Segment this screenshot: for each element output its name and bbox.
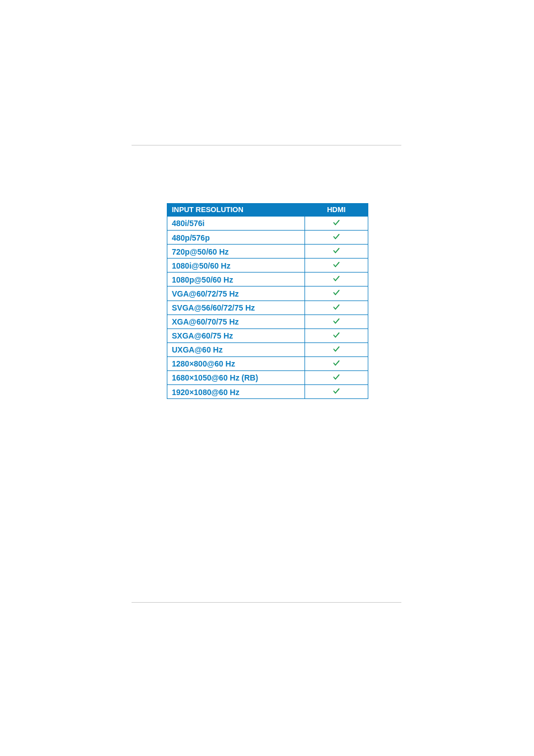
check-icon — [332, 317, 340, 325]
hdmi-cell — [305, 342, 368, 356]
table-row: 1080p@50/60 Hz — [167, 273, 368, 287]
page: INPUT RESOLUTION HDMI 480i/576i480p/576p… — [0, 0, 534, 756]
hdmi-cell — [305, 300, 368, 314]
resolution-cell: 480p/576p — [167, 231, 305, 245]
hdmi-cell — [305, 287, 368, 300]
check-icon — [332, 387, 340, 395]
resolution-cell: 1680×1050@60 Hz (RB) — [167, 370, 305, 384]
hdmi-cell — [305, 385, 368, 399]
check-icon — [332, 247, 340, 255]
resolution-cell: XGA@60/70/75 Hz — [167, 314, 305, 328]
resolution-cell: SXGA@60/75 Hz — [167, 328, 305, 342]
check-icon — [332, 219, 340, 227]
check-icon — [332, 345, 340, 353]
header-input-resolution: INPUT RESOLUTION — [167, 204, 305, 217]
resolution-cell: 480i/576i — [167, 216, 305, 230]
hdmi-cell — [305, 216, 368, 230]
resolution-cell: 720p@50/60 Hz — [167, 245, 305, 259]
table-row: SXGA@60/75 Hz — [167, 328, 368, 342]
table-row: 1920×1080@60 Hz — [167, 385, 368, 399]
table-row: VGA@60/72/75 Hz — [167, 287, 368, 300]
table-row: 720p@50/60 Hz — [167, 245, 368, 259]
bottom-divider — [132, 602, 401, 603]
hdmi-cell — [305, 231, 368, 245]
top-divider — [132, 145, 401, 145]
hdmi-cell — [305, 370, 368, 384]
resolution-cell: VGA@60/72/75 Hz — [167, 287, 305, 300]
header-hdmi: HDMI — [305, 204, 368, 217]
check-icon — [332, 331, 340, 339]
check-icon — [332, 275, 340, 283]
hdmi-cell — [305, 259, 368, 273]
hdmi-cell — [305, 245, 368, 259]
hdmi-cell — [305, 356, 368, 370]
check-icon — [332, 261, 340, 269]
hdmi-cell — [305, 273, 368, 287]
resolution-cell: UXGA@60 Hz — [167, 342, 305, 356]
table-row: UXGA@60 Hz — [167, 342, 368, 356]
hdmi-cell — [305, 328, 368, 342]
check-icon — [332, 233, 340, 241]
resolution-cell: SVGA@56/60/72/75 Hz — [167, 300, 305, 314]
resolution-table: INPUT RESOLUTION HDMI 480i/576i480p/576p… — [167, 203, 368, 399]
table-row: 1280×800@60 Hz — [167, 356, 368, 370]
table-row: SVGA@56/60/72/75 Hz — [167, 300, 368, 314]
check-icon — [332, 289, 340, 297]
table-header-row: INPUT RESOLUTION HDMI — [167, 204, 368, 217]
resolution-cell: 1280×800@60 Hz — [167, 356, 305, 370]
resolution-cell: 1080i@50/60 Hz — [167, 259, 305, 273]
table-body: 480i/576i480p/576p720p@50/60 Hz1080i@50/… — [167, 216, 368, 398]
table-row: 1080i@50/60 Hz — [167, 259, 368, 273]
table-row: 480i/576i — [167, 216, 368, 230]
table-row: 1680×1050@60 Hz (RB) — [167, 370, 368, 384]
check-icon — [332, 359, 340, 367]
check-icon — [332, 303, 340, 311]
table-row: 480p/576p — [167, 231, 368, 245]
hdmi-cell — [305, 314, 368, 328]
resolution-cell: 1920×1080@60 Hz — [167, 385, 305, 399]
table-row: XGA@60/70/75 Hz — [167, 314, 368, 328]
resolution-cell: 1080p@50/60 Hz — [167, 273, 305, 287]
check-icon — [332, 373, 340, 381]
